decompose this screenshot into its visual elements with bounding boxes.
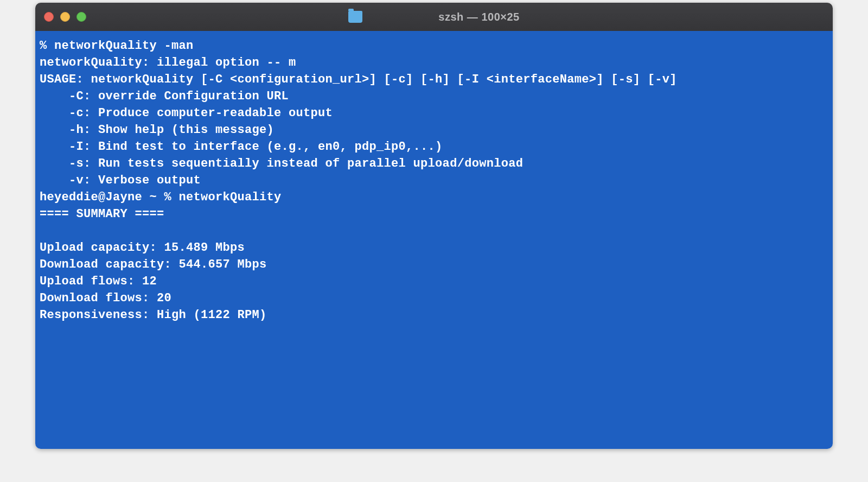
window-title: szsh — 100×25 xyxy=(438,11,519,23)
terminal-window: szsh — 100×25 % networkQuality -man netw… xyxy=(35,3,833,449)
minimize-icon[interactable] xyxy=(60,12,70,22)
window-titlebar[interactable]: szsh — 100×25 xyxy=(35,3,833,31)
terminal-output[interactable]: % networkQuality -man networkQuality: il… xyxy=(35,31,833,449)
maximize-icon[interactable] xyxy=(76,12,86,22)
folder-icon[interactable] xyxy=(348,11,362,23)
close-icon[interactable] xyxy=(44,12,54,22)
traffic-lights xyxy=(44,12,86,22)
titlebar-center: szsh — 100×25 xyxy=(35,11,833,23)
